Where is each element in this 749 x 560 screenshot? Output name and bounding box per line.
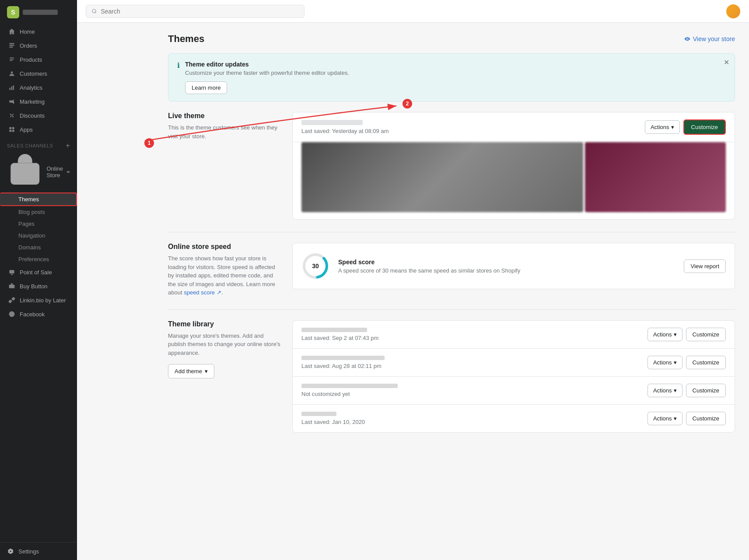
svg-rect-15 <box>9 270 14 274</box>
chevron-down-icon: ▾ <box>671 124 674 130</box>
nav-label-customers: Customers <box>20 70 47 77</box>
sidebar-item-navigation[interactable]: Navigation <box>0 230 77 242</box>
speed-score-description: A speed score of 30 means the same speed… <box>338 267 675 274</box>
info-icon: ℹ <box>177 61 180 70</box>
live-theme-actions: Actions ▾ Customize <box>645 119 726 135</box>
theme-library-heading: Theme library <box>168 320 282 328</box>
topbar-right <box>726 4 740 18</box>
discounts-icon <box>8 112 15 119</box>
eye-icon <box>684 36 690 42</box>
online-store-label: Online Store <box>46 165 63 178</box>
sidebar-item-facebook[interactable]: Facebook <box>0 307 77 321</box>
svg-rect-4 <box>9 88 10 90</box>
sidebar: S Home Orders Products Customers Analyti… <box>0 0 77 560</box>
sidebar-item-home[interactable]: Home <box>0 24 77 38</box>
theme-4-customize-button[interactable]: Customize <box>686 412 726 425</box>
svg-point-8 <box>12 116 14 117</box>
theme-4-name <box>301 412 336 416</box>
sidebar-item-orders[interactable]: Orders <box>0 38 77 52</box>
theme-1-date: Last saved: Sep 2 at 07:43 pm <box>301 335 640 341</box>
svg-rect-0 <box>9 43 14 44</box>
theme-2-customize-button[interactable]: Customize <box>686 356 726 369</box>
svg-text:1: 1 <box>148 140 151 146</box>
svg-rect-16 <box>11 274 13 275</box>
store-name <box>23 10 58 15</box>
sidebar-item-blog-posts[interactable]: Blog posts <box>0 206 77 218</box>
sidebar-item-point-of-sale[interactable]: Point of Sale <box>0 265 77 279</box>
search-bar[interactable] <box>86 5 304 18</box>
theme-3-actions-button[interactable]: Actions ▾ <box>648 384 682 397</box>
speed-card: 30 Speed score A speed score of 30 means… <box>292 243 735 289</box>
learn-more-button[interactable]: Learn more <box>185 81 227 94</box>
sidebar-item-analytics[interactable]: Analytics <box>0 80 77 94</box>
banner-title: Theme editor updates <box>185 61 726 68</box>
analytics-icon <box>8 84 15 91</box>
speed-row: Online store speed The score shows how f… <box>168 243 735 297</box>
sidebar-item-apps[interactable]: Apps <box>0 122 77 136</box>
live-theme-row: Live theme This is the theme customers s… <box>168 112 735 220</box>
sidebar-item-customers[interactable]: Customers <box>0 66 77 80</box>
theme-4-actions-button[interactable]: Actions ▾ <box>648 412 682 425</box>
facebook-icon <box>8 311 15 318</box>
speed-score-title: Speed score <box>338 259 675 266</box>
view-report-button[interactable]: View report <box>684 259 726 273</box>
sidebar-settings[interactable]: Settings <box>0 542 77 560</box>
theme-3-name <box>301 384 398 388</box>
view-store-link[interactable]: View your store <box>684 35 735 42</box>
theme-2-actions-button[interactable]: Actions ▾ <box>648 356 682 369</box>
chevron-down-icon: ▾ <box>674 359 677 366</box>
live-theme-preview <box>293 142 735 219</box>
svg-text:30: 30 <box>312 262 319 270</box>
home-icon <box>8 28 15 35</box>
live-theme-meta: Last saved: Yesterday at 08:09 am <box>301 120 638 134</box>
svg-rect-11 <box>12 127 14 129</box>
apps-icon <box>8 126 15 133</box>
theme-2-name <box>301 356 385 360</box>
topbar <box>77 0 749 23</box>
nav-label-home: Home <box>20 28 35 35</box>
theme-1-actions-button[interactable]: Actions ▾ <box>648 328 682 341</box>
sidebar-item-preferences[interactable]: Preferences <box>0 253 77 265</box>
chevron-down-icon: ▾ <box>674 387 677 394</box>
speed-heading: Online store speed <box>168 243 282 251</box>
sidebar-item-marketing[interactable]: Marketing <box>0 94 77 108</box>
nav-label-buy-button: Buy Button <box>20 283 48 290</box>
theme-2-date: Last saved: Aug 28 at 02:11 pm <box>301 363 640 369</box>
theme-3-date: Not customized yet <box>301 391 640 397</box>
buy-button-icon <box>8 283 15 290</box>
live-theme-description: This is the theme customers see when the… <box>168 123 282 140</box>
sidebar-item-themes[interactable]: Themes <box>0 192 77 206</box>
nav-label-analytics: Analytics <box>20 84 42 91</box>
sidebar-item-products[interactable]: Products <box>0 52 77 66</box>
theme-library-row: Theme library Manage your store's themes… <box>168 320 735 433</box>
svg-rect-17 <box>9 285 15 288</box>
sidebar-item-linkin[interactable]: Linkin.bio by Later <box>0 293 77 307</box>
theme-library-description: Manage your store's themes. Add and publ… <box>168 332 282 357</box>
sidebar-item-buy-button[interactable]: Buy Button <box>0 279 77 293</box>
sidebar-item-discounts[interactable]: Discounts <box>0 108 77 122</box>
orders-icon <box>8 42 15 49</box>
live-theme-customize-button[interactable]: Customize <box>683 119 726 135</box>
nav-label-products: Products <box>20 56 42 63</box>
add-sales-channel-icon[interactable]: + <box>66 142 70 150</box>
live-theme-actions-button[interactable]: Actions ▾ <box>645 120 680 134</box>
svg-point-25 <box>144 138 154 148</box>
theme-1-name <box>301 328 367 332</box>
sidebar-item-domains[interactable]: Domains <box>0 242 77 253</box>
banner: ℹ Theme editor updates Customize your th… <box>168 53 735 102</box>
theme-3-customize-button[interactable]: Customize <box>686 384 726 397</box>
search-icon <box>91 8 97 14</box>
svg-point-3 <box>11 71 13 74</box>
search-input[interactable] <box>101 8 299 15</box>
add-theme-button[interactable]: Add theme ▾ <box>168 364 214 378</box>
sidebar-item-online-store[interactable]: Online Store <box>0 151 77 192</box>
live-theme-card: Last saved: Yesterday at 08:09 am Action… <box>292 112 735 220</box>
banner-close-button[interactable]: ✕ <box>724 59 729 66</box>
speed-score-link[interactable]: speed score ↗ <box>184 289 221 296</box>
sidebar-item-pages[interactable]: Pages <box>0 218 77 230</box>
nav-label-facebook: Facebook <box>20 311 45 318</box>
sales-channels-section: SALES CHANNELS + <box>0 136 77 151</box>
customers-icon <box>8 70 15 77</box>
chevron-down-icon: ▾ <box>674 331 677 338</box>
theme-1-customize-button[interactable]: Customize <box>686 328 726 341</box>
